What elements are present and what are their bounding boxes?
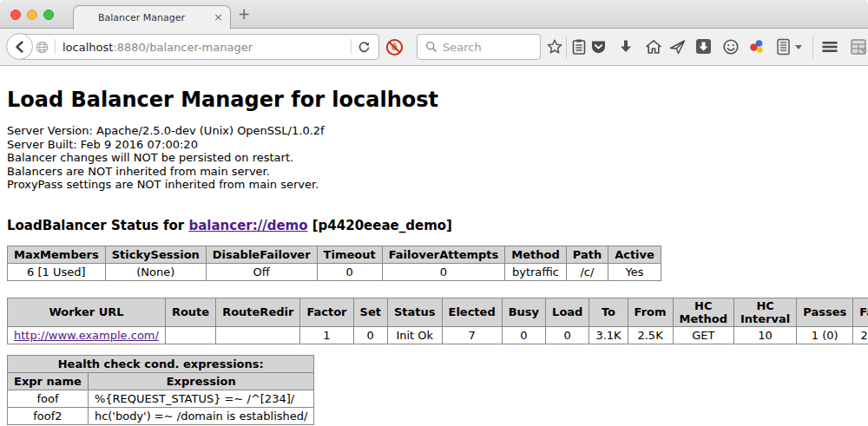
- table-row: http://www.example.com/ 1 0 Init Ok 7 0 …: [8, 326, 868, 344]
- reading-list-icon[interactable]: [571, 38, 587, 56]
- cell-fails: 2 (0): [853, 326, 868, 344]
- loadbalancer-status-heading: LoadBalancer Status for balancer://demo …: [7, 218, 861, 233]
- cell-hc-interval: 10: [733, 326, 796, 344]
- balancer-settings-table: MaxMembers StickySession DisableFailover…: [7, 246, 661, 281]
- send-tab-icon[interactable]: [668, 38, 687, 56]
- cell-factor: 1: [300, 326, 353, 344]
- window-zoom-button[interactable]: [43, 10, 54, 20]
- cell-method: bytraffic: [505, 263, 566, 280]
- proxypass-notice-line: ProxyPass settings are NOT inherited fro…: [7, 178, 861, 192]
- menu-hamburger-icon[interactable]: [821, 38, 838, 56]
- bookmark-star-icon[interactable]: [546, 38, 563, 56]
- server-built-line: Server Built: Feb 9 2016 07:00:20: [7, 138, 861, 152]
- col-load: Load: [546, 298, 589, 326]
- col-status: Status: [387, 298, 442, 326]
- col-hc-method: HC Method: [673, 298, 733, 326]
- col-fails: Fails: [853, 298, 868, 326]
- balancer-manager-page: Load Balancer Manager for localhost Serv…: [0, 66, 868, 426]
- reload-button[interactable]: [358, 41, 371, 54]
- status-suffix: [p4420eeae_demo]: [308, 218, 452, 233]
- site-identity-globe-icon[interactable]: [36, 41, 49, 54]
- inherit-notice-line: Balancers are NOT inherited from main se…: [7, 165, 861, 179]
- cell-to: 3.1K: [589, 326, 628, 344]
- persist-notice-line: Balancer changes will NOT be persisted o…: [7, 151, 861, 165]
- url-host: localhost: [62, 41, 113, 54]
- page-title: Load Balancer Manager for localhost: [7, 66, 861, 112]
- cell-busy: 0: [502, 326, 545, 344]
- new-tab-button[interactable]: +: [238, 5, 250, 23]
- window-close-button[interactable]: [10, 10, 21, 20]
- cell-expr-name: foof: [8, 390, 89, 407]
- device-list-icon[interactable]: [776, 38, 791, 56]
- cell-expr-name: foof2: [8, 407, 89, 424]
- cell-stickysession: (None): [105, 263, 206, 280]
- back-arrow-icon: [13, 40, 27, 54]
- toolbar-separator: [812, 36, 813, 59]
- home-icon[interactable]: [645, 38, 662, 56]
- cell-from: 2.5K: [628, 326, 673, 344]
- col-worker-url: Worker URL: [8, 298, 166, 326]
- col-method: Method: [505, 246, 566, 263]
- col-set: Set: [353, 298, 387, 326]
- feedback-smiley-icon[interactable]: [722, 38, 740, 56]
- cell-maxmembers: 6 [1 Used]: [8, 263, 106, 280]
- col-expression: Expression: [88, 372, 314, 390]
- search-input[interactable]: [443, 41, 525, 54]
- col-routeredir: RouteRedir: [216, 298, 300, 326]
- col-stickysession: StickySession: [105, 246, 206, 263]
- url-bar[interactable]: localhost:8880/balancer-manager: [19, 34, 379, 60]
- flame-blocked-icon[interactable]: [385, 38, 404, 56]
- tab-title: Balancer Manager: [74, 12, 209, 23]
- table-row: foof %{REQUEST_STATUS} =~ /^[234]/: [8, 390, 314, 407]
- window-titlebar: Balancer Manager × +: [0, 0, 868, 29]
- status-prefix: LoadBalancer Status for: [7, 218, 188, 233]
- col-maxmembers: MaxMembers: [8, 246, 106, 263]
- worker-url-link[interactable]: http://www.example.com/: [14, 329, 159, 342]
- tab-close-icon[interactable]: ×: [214, 10, 223, 23]
- col-elected: Elected: [442, 298, 502, 326]
- col-factor: Factor: [300, 298, 353, 326]
- cell-worker-url: http://www.example.com/: [8, 326, 166, 344]
- table-row: 6 [1 Used] (None) Off 0 0 bytraffic /c/ …: [8, 263, 661, 280]
- device-list-dropdown-caret[interactable]: [795, 45, 802, 49]
- hc-table-title: Health check cond. expressions:: [8, 355, 314, 372]
- back-button[interactable]: [6, 33, 33, 60]
- search-magnifier-icon: [425, 41, 437, 53]
- table-row: foof2 hc('body') =~ /domain is establish…: [8, 407, 314, 424]
- cell-hc-method: GET: [673, 326, 733, 344]
- cell-passes: 1 (0): [797, 326, 853, 344]
- pocket-icon[interactable]: [589, 38, 608, 56]
- server-info: Server Version: Apache/2.5.0-dev (Unix) …: [7, 124, 861, 192]
- health-check-expressions-table: Health check cond. expressions: Expr nam…: [7, 355, 314, 425]
- cell-route: [165, 326, 215, 344]
- worker-status-table: Worker URL Route RouteRedir Factor Set S…: [7, 298, 868, 344]
- table-header-row: Worker URL Route RouteRedir Factor Set S…: [8, 298, 868, 326]
- tab-balancer-manager[interactable]: Balancer Manager ×: [73, 5, 231, 29]
- cell-timeout: 0: [317, 263, 382, 280]
- col-busy: Busy: [502, 298, 545, 326]
- table-header-row: Expr name Expression: [8, 372, 314, 390]
- col-route: Route: [165, 298, 215, 326]
- col-active: Active: [608, 246, 661, 263]
- col-passes: Passes: [797, 298, 853, 326]
- window-minimize-button[interactable]: [27, 10, 37, 20]
- save-to-device-icon[interactable]: [695, 38, 712, 55]
- cell-failoverattempts: 0: [382, 263, 505, 280]
- cell-load: 0: [546, 326, 589, 344]
- col-disablefailover: DisableFailover: [206, 246, 317, 263]
- tab-preview-icon[interactable]: [850, 38, 867, 56]
- col-from: From: [628, 298, 673, 326]
- col-path: Path: [566, 246, 608, 263]
- col-to: To: [589, 298, 628, 326]
- cell-expression: hc('body') =~ /domain is established/: [88, 407, 314, 424]
- downloads-icon[interactable]: [617, 38, 635, 56]
- url-text[interactable]: localhost:8880/balancer-manager: [62, 41, 351, 54]
- cell-path: /c/: [566, 263, 608, 280]
- cell-status: Init Ok: [387, 326, 442, 344]
- search-bar[interactable]: [417, 34, 541, 60]
- cell-disablefailover: Off: [206, 263, 317, 280]
- colored-dots-icon[interactable]: [748, 38, 766, 56]
- cell-routeredir: [216, 326, 300, 344]
- col-failoverattempts: FailoverAttempts: [382, 246, 505, 263]
- balancer-demo-link[interactable]: balancer://demo: [188, 218, 307, 233]
